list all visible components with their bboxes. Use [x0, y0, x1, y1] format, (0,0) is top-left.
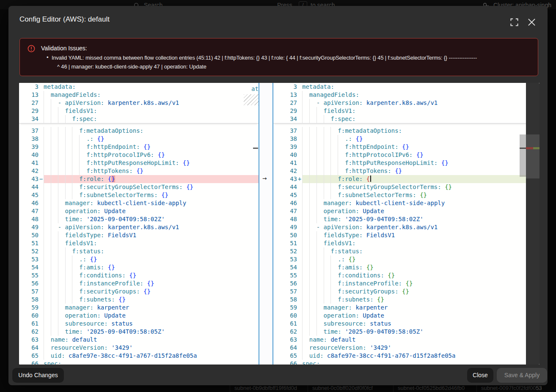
- code-line: 62 time: '2025-09-04T09:58:05Z': [273, 328, 539, 336]
- code-line: 55 f:conditions: {}: [19, 271, 259, 280]
- code-line: 64 resourceVersion: '3429': [19, 344, 259, 352]
- code-line: 37 f:metadataOptions:: [19, 127, 259, 135]
- code-line: 27 - apiVersion: karpenter.k8s.aws/v1: [273, 99, 539, 107]
- code-line: 60 operation: Update: [19, 312, 259, 320]
- scrollbar-diff-mark: [253, 148, 258, 149]
- diff-right-pane[interactable]: 3metadata:13 managedFields:27 - apiVersi…: [273, 83, 539, 365]
- code-line: 45 f:subnetSelectorTerms: {}: [273, 191, 539, 199]
- code-line: 43− f:role: {}: [19, 175, 259, 183]
- undo-changes-button[interactable]: Undo Changes: [12, 368, 64, 383]
- code-line: 59 manager: karpenter: [19, 304, 259, 312]
- code-line: 40 f:httpProtocolIPv6: {}: [19, 151, 259, 159]
- code-line: 3metadata:: [19, 83, 259, 91]
- code-line: 49 - apiVersion: karpenter.k8s.aws/v1: [19, 223, 259, 231]
- code-line: 29 fieldsV1:: [19, 107, 259, 115]
- overview-added-mark: [533, 147, 539, 149]
- code-line: 27 - apiVersion: karpenter.k8s.aws/v1: [19, 99, 259, 107]
- code-lines-right: 37 f:metadataOptions:38 .: {}39 f:httpEn…: [273, 127, 539, 365]
- code-line: 56 f:instanceProfile: {}: [273, 280, 539, 288]
- code-line: 44 f:securityGroupSelectorTerms: {}: [273, 183, 539, 191]
- code-line: 38 .: {}: [19, 135, 259, 143]
- code-line: 54 f:amis: {}: [273, 263, 539, 271]
- code-line: 41 f:httpPutResponseHopLimit: {}: [273, 159, 539, 167]
- code-line: 61 subresource: status: [273, 320, 539, 328]
- overview-ruler[interactable]: [526, 83, 539, 365]
- code-line: 46 manager: kubectl-client-side-apply: [273, 199, 539, 207]
- config-editor-dialog: Config Editor (AWS): default Validation …: [8, 6, 548, 385]
- validation-bullet: •: [47, 54, 49, 60]
- code-line: 63 name: default: [273, 336, 539, 344]
- sticky-scroll-left: 3metadata:13 managedFields:27 - apiVersi…: [19, 83, 259, 123]
- diff-left-pane[interactable]: 3metadata:13 managedFields:27 - apiVersi…: [19, 83, 259, 365]
- dialog-title: Config Editor (AWS): default: [19, 15, 110, 24]
- code-line: 49 - apiVersion: karpenter.k8s.aws/v1: [273, 223, 539, 231]
- code-line: 55 f:conditions: {}: [273, 271, 539, 280]
- overview-removed-mark: [526, 147, 533, 149]
- validation-title: Validation Issues:: [41, 45, 87, 52]
- code-line: 53 .: {}: [19, 255, 259, 263]
- code-line: 57 f:securityGroups: {}: [273, 288, 539, 296]
- code-line: 61 subresource: status: [19, 320, 259, 328]
- code-line: 52 f:status:: [273, 247, 539, 255]
- code-lines-left: 37 f:metadataOptions:38 .: {}39 f:httpEn…: [19, 127, 259, 365]
- code-line: 38 .: {}: [273, 135, 539, 143]
- code-line: 56 f:instanceProfile: {}: [19, 280, 259, 288]
- error-icon: [28, 45, 35, 52]
- code-line: 34 f:spec:: [19, 115, 259, 123]
- code-line: 45 f:subnetSelectorTerms: {}: [19, 191, 259, 199]
- code-line: 60 operation: Update: [273, 312, 539, 320]
- code-line: 51 fieldsV1:: [19, 239, 259, 247]
- code-line: 58 f:subnets: {}: [273, 296, 539, 304]
- code-line: 48 time: '2025-09-04T09:58:02Z': [273, 215, 539, 223]
- revert-arrow-icon[interactable]: →: [262, 174, 267, 182]
- code-line: 47 operation: Update: [19, 207, 259, 215]
- left-scrollbar[interactable]: [253, 83, 259, 365]
- code-line: 47 operation: Update: [273, 207, 539, 215]
- overview-viewport-box[interactable]: [526, 134, 539, 178]
- code-line: 39 f:httpEndpoint: {}: [19, 143, 259, 151]
- validation-message-line1: Invalid YAML: missed comma between flow …: [52, 55, 534, 61]
- code-line: 66spec:: [273, 360, 539, 365]
- code-line: 50 fieldsType: FieldsV1: [273, 231, 539, 239]
- close-button[interactable]: Close: [467, 368, 493, 383]
- code-line: 40 f:httpProtocolIPv6: {}: [273, 151, 539, 159]
- save-apply-button[interactable]: Save & Apply: [497, 368, 547, 383]
- code-line: 3metadata:: [273, 83, 539, 91]
- code-line: 51 fieldsV1:: [273, 239, 539, 247]
- code-line: 13 managedFields:: [273, 91, 539, 99]
- code-line: 37 f:metadataOptions:: [273, 127, 539, 135]
- code-line: 63 name: default: [19, 336, 259, 344]
- diff-sash[interactable]: →: [259, 83, 273, 365]
- code-line: 29 fieldsV1:: [273, 107, 539, 115]
- code-line: 66spec:: [19, 360, 259, 365]
- code-line: 41 f:httpPutResponseHopLimit: {}: [19, 159, 259, 167]
- code-line: 64 resourceVersion: '3429': [273, 344, 539, 352]
- code-line: 34 f:spec:: [273, 115, 539, 123]
- right-scrollbar[interactable]: [520, 83, 526, 365]
- clipped-line-sliver: [273, 123, 539, 127]
- code-line: 50 fieldsType: FieldsV1: [19, 231, 259, 239]
- close-dialog-button[interactable]: [528, 18, 537, 27]
- code-line: 53 .: {}: [273, 255, 539, 263]
- yaml-diff-editor: 3metadata:13 managedFields:27 - apiVersi…: [19, 83, 539, 365]
- code-line: 62 time: '2025-09-04T09:58:05Z': [19, 328, 259, 336]
- fullscreen-button[interactable]: [510, 18, 520, 27]
- scrollbar-diff-mark: [520, 148, 526, 149]
- code-line: 58 f:subnets: {}: [19, 296, 259, 304]
- code-line: 42 f:httpTokens: {}: [273, 167, 539, 175]
- code-line: 57 f:securityGroups: {}: [19, 288, 259, 296]
- code-line: 44 f:securityGroupSelectorTerms: {}: [19, 183, 259, 191]
- validation-issues-banner: Validation Issues: • Invalid YAML: misse…: [19, 38, 538, 76]
- code-line: 65 uid: c8afe97e-38cc-4f91-a767-d15f2a8f…: [273, 352, 539, 360]
- validation-message-line2: ^ 46 | manager: kubectl-client-side-appl…: [57, 63, 523, 70]
- code-line: 48 time: '2025-09-04T09:58:02Z': [19, 215, 259, 223]
- code-line: 59 manager: karpenter: [273, 304, 539, 312]
- clipped-line-sliver: [19, 123, 259, 127]
- code-line: 65 uid: c8afe97e-38cc-4f91-a767-d15f2a8f…: [19, 352, 259, 360]
- code-line: 13 managedFields:: [19, 91, 259, 99]
- scrollbar-slider[interactable]: [520, 134, 526, 177]
- code-line: 42 f:httpTokens: {}: [19, 167, 259, 175]
- code-line: 52 f:status:: [19, 247, 259, 255]
- code-line: 54 f:amis: {}: [19, 263, 259, 271]
- close-icon: [528, 18, 537, 26]
